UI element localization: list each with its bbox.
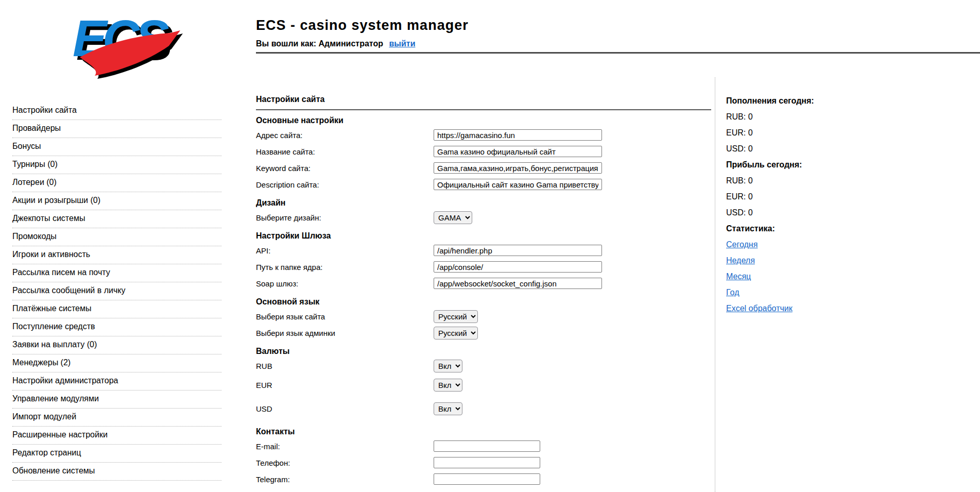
description-row: Description сайта: [256,176,711,193]
stats-panel: Пополнения сегодня: RUB: 0 EUR: 0 USD: 0… [726,96,963,319]
sidebar-item-module-import[interactable]: Импорт модулей [12,409,221,427]
stats-link-excel[interactable]: Excel обработчик [726,304,793,313]
sidebar-item-providers[interactable]: Провайдеры [12,120,221,138]
panel-title: Настройки сайта [256,94,711,110]
site-lang-row: Выбери язык сайта Русский [256,308,711,325]
deposits-usd-label: USD: [726,144,746,153]
section-language: Основной язык [256,297,711,307]
design-select[interactable]: GAMA [434,211,472,224]
profit-rub-value: 0 [748,176,753,185]
ecs-logo: ECS ECS [68,5,184,80]
usd-row: USD Вкл [256,396,711,421]
usd-select[interactable]: Вкл [434,402,462,415]
core-path-input[interactable] [434,261,602,273]
page-title: ECS - casino system manager [256,18,469,33]
site-address-input[interactable] [434,129,602,141]
soap-row: Soap шлюз: [256,275,711,292]
sidebar-item-players-activity[interactable]: Игроки и активность [12,246,221,264]
phone-row: Телефон: [256,454,711,471]
stats-link-month[interactable]: Месяц [726,272,751,281]
profit-rub-label: RUB: [726,176,746,185]
sidebar-item-payout-requests[interactable]: Заявки на выплату (0) [12,336,221,354]
sidebar-nav: Настройки сайта Провайдеры Бонусы Турнир… [12,102,221,481]
statistics-heading: Статистика: [726,224,963,233]
section-currencies: Валюты [256,346,711,357]
core-path-row: Путь к папке ядра: [256,259,711,275]
core-path-label: Путь к папке ядра: [256,263,434,272]
phone-label: Телефон: [256,459,434,467]
sidebar-item-lotteries[interactable]: Лотереи (0) [12,174,221,192]
sidebar-item-managers[interactable]: Менеджеры (2) [12,354,221,372]
eur-row: EUR Вкл [256,374,711,396]
header-divider [256,52,980,54]
api-input[interactable] [434,245,602,256]
phone-input[interactable] [434,457,540,468]
section-gateway: Настройки Шлюза [256,231,711,241]
sidebar-item-payment-systems[interactable]: Платёжные системы [12,300,221,318]
telegram-label: Telegram: [256,475,434,484]
site-name-input[interactable] [434,146,602,157]
stats-link-year[interactable]: Год [726,288,739,297]
telegram-row: Telegram: [256,471,711,487]
site-settings-panel: Настройки сайта Основные настройки Адрес… [256,94,711,492]
deposits-eur-value: 0 [748,128,753,137]
sidebar-item-promotions[interactable]: Акции и розыгрыши (0) [12,192,221,210]
rub-row: RUB Вкл [256,358,711,374]
sidebar-item-jackpots[interactable]: Джекпоты системы [12,210,221,228]
sidebar-item-promocodes[interactable]: Промокоды [12,228,221,246]
profit-usd-label: USD: [726,208,746,217]
site-name-row: Название сайта: [256,143,711,160]
sidebar-item-advanced-settings[interactable]: Расширенные настройки [12,427,221,445]
site-lang-select[interactable]: Русский [434,310,478,323]
sidebar-item-bonuses[interactable]: Бонусы [12,138,221,156]
section-design: Дизайн [256,198,711,208]
admin-lang-select[interactable]: Русский [434,327,478,340]
sidebar-item-module-management[interactable]: Управление модулями [12,391,221,409]
description-input[interactable] [434,179,602,190]
sidebar-item-system-update[interactable]: Обновление системы [12,463,221,481]
sidebar-item-site-settings[interactable]: Настройки сайта [12,102,221,120]
profit-eur-value: 0 [748,192,753,201]
ecs-logo-graphic: ECS ECS [68,5,184,80]
design-label: Выберите дизайн: [256,213,434,222]
deposits-usd: USD: 0 [726,144,963,154]
login-status: Вы вошли как: Администратор выйти [256,39,415,48]
keyword-label: Keyword сайта: [256,164,434,173]
profit-usd-value: 0 [748,208,753,217]
admin-lang-label: Выбери язык админки [256,329,434,337]
keyword-input[interactable] [434,162,602,174]
deposits-heading: Пополнения сегодня: [726,96,963,106]
site-lang-label: Выбери язык сайта [256,312,434,321]
deposits-usd-value: 0 [748,144,753,153]
usd-label: USD [256,404,434,413]
soap-input[interactable] [434,278,602,289]
deposits-rub-value: 0 [748,112,753,121]
logout-link[interactable]: выйти [389,39,415,48]
section-contacts: Контакты [256,427,711,437]
telegram-input[interactable] [434,473,540,485]
sidebar-item-email-mailing[interactable]: Рассылка писем на почту [12,264,221,282]
design-row: Выберите дизайн: GAMA [256,209,711,226]
sidebar-item-page-editor[interactable]: Редактор страниц [12,445,221,463]
sidebar-item-pm-mailing[interactable]: Рассылка сообщений в личку [12,282,221,300]
email-input[interactable] [434,440,540,452]
sidebar-item-tournaments[interactable]: Турниры (0) [12,156,221,174]
deposits-rub: RUB: 0 [726,112,963,122]
sidebar-item-incoming-funds[interactable]: Поступление средств [12,318,221,336]
stats-link-week[interactable]: Неделя [726,256,755,265]
panel-divider [715,77,715,492]
profit-eur: EUR: 0 [726,192,963,201]
profit-usd: USD: 0 [726,208,963,217]
rub-select[interactable]: Вкл [434,360,462,372]
sidebar-item-admin-settings[interactable]: Настройки администратора [12,372,221,391]
login-prefix: Вы вошли как: Администратор [256,39,383,48]
deposits-eur-label: EUR: [726,128,746,137]
site-address-label: Адрес сайта: [256,131,434,140]
admin-lang-row: Выбери язык админки Русский [256,325,711,341]
api-row: API: [256,242,711,259]
description-label: Description сайта: [256,180,434,189]
stats-link-today[interactable]: Сегодня [726,240,758,249]
eur-select[interactable]: Вкл [434,379,462,392]
deposits-rub-label: RUB: [726,112,746,121]
api-label: API: [256,246,434,255]
